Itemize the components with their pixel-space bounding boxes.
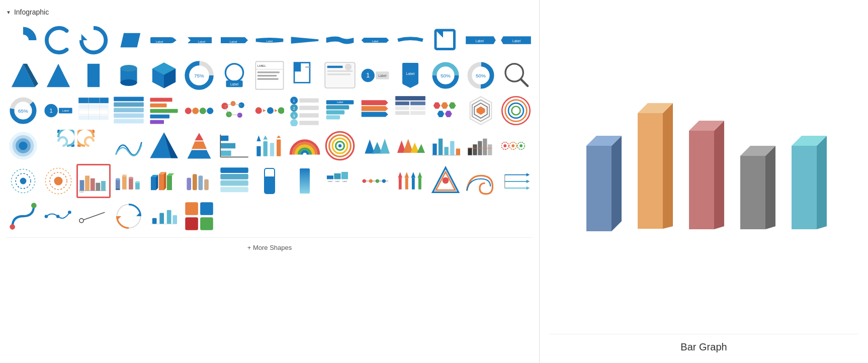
shape-triangle-arrows[interactable] <box>428 164 463 198</box>
shape-wave-snail[interactable] <box>464 164 498 198</box>
shape-horiz-bars[interactable] <box>147 94 181 128</box>
shape-pyramid-layers[interactable] <box>182 129 216 163</box>
shape-label-tag1[interactable]: Label <box>464 23 498 57</box>
shape-curved-ribbon[interactable] <box>393 23 427 57</box>
shape-spiral-arc2[interactable] <box>76 129 111 163</box>
svg-line-62 <box>521 79 528 86</box>
svg-marker-221 <box>156 175 158 190</box>
shape-banner1[interactable]: Label <box>252 23 287 57</box>
shape-horiz-bar-simple[interactable] <box>217 129 251 163</box>
bar-column-blue: Label <box>581 131 622 236</box>
shape-table-grid[interactable] <box>76 94 111 128</box>
more-shapes-button[interactable]: + More Shapes <box>6 237 533 257</box>
shape-process-circles[interactable] <box>182 94 216 128</box>
shape-bullseye[interactable] <box>6 129 40 163</box>
shape-corner-bookmark[interactable]: Label <box>428 23 463 57</box>
shape-donut-50a[interactable]: 50% <box>428 58 463 93</box>
shape-arrow-triangle[interactable] <box>41 58 75 93</box>
shape-arrow-up-chart[interactable] <box>393 164 427 198</box>
shape-number-badge[interactable]: 1Label <box>41 94 75 128</box>
shape-stack-list[interactable] <box>217 164 251 198</box>
shape-circle-label[interactable]: Label <box>217 58 251 93</box>
shape-dot-timeline[interactable] <box>358 164 392 198</box>
svg-marker-103 <box>263 109 266 112</box>
shape-bar-graph-3d-selected[interactable]: Label <box>76 164 111 198</box>
shape-step-dots[interactable]: Label <box>147 199 181 233</box>
shape-list-items[interactable] <box>112 94 146 128</box>
shape-step-chart[interactable] <box>464 129 498 163</box>
shape-concentric-hex[interactable] <box>464 94 498 128</box>
shape-bar-thin[interactable] <box>252 164 287 198</box>
shape-number-label[interactable]: 1Label <box>358 58 392 93</box>
shape-branch-arrows[interactable] <box>499 164 533 198</box>
svg-point-94 <box>231 101 236 106</box>
svg-rect-160 <box>256 146 261 156</box>
svg-point-273 <box>79 218 83 222</box>
shape-2col-table[interactable] <box>393 94 427 128</box>
svg-point-106 <box>278 107 284 114</box>
shape-ribbon-banner[interactable]: Label <box>358 23 392 57</box>
shape-bar-3d-group[interactable] <box>147 164 181 198</box>
shape-line-dots[interactable] <box>41 199 75 233</box>
shape-label-arrow2[interactable]: Label <box>182 23 216 57</box>
shape-vert-bar[interactable] <box>428 129 463 163</box>
shape-arrow-circles[interactable] <box>252 94 287 128</box>
shape-donut-75[interactable]: 75% <box>182 58 216 93</box>
shape-target-circles[interactable] <box>499 94 533 128</box>
shape-c-ring[interactable] <box>41 23 75 57</box>
shape-line-straight[interactable] <box>76 199 111 233</box>
svg-rect-181 <box>445 147 449 155</box>
shape-dot-circles2[interactable] <box>6 164 40 198</box>
shape-cylinder-short[interactable] <box>112 58 146 93</box>
shape-network-dots[interactable] <box>217 94 251 128</box>
svg-point-196 <box>519 144 523 147</box>
shape-mountain-peaks2[interactable] <box>393 129 427 163</box>
svg-rect-215 <box>129 177 133 189</box>
shape-pyramid-3d[interactable] <box>147 129 181 163</box>
shape-bar-gradient[interactable] <box>288 164 322 198</box>
svg-point-197 <box>20 178 27 185</box>
svg-point-86 <box>185 107 192 114</box>
shape-tall-rect[interactable] <box>76 58 111 93</box>
shape-label-tag2[interactable]: Label <box>499 23 533 57</box>
shape-4item-list[interactable]: 123 <box>288 94 322 128</box>
shape-mountain-spiral[interactable] <box>112 129 146 163</box>
svg-rect-234 <box>220 187 248 193</box>
shape-label-arrow1[interactable]: Label <box>147 23 181 57</box>
shape-mountain-peaks1[interactable] <box>358 129 392 163</box>
shape-label-arrow3[interactable]: Label <box>217 23 251 57</box>
shape-spiral-rings[interactable] <box>323 129 357 163</box>
shape-rainbow-arch[interactable] <box>288 129 322 163</box>
shape-bar-cylinders[interactable] <box>112 164 146 198</box>
shape-s-curve[interactable] <box>6 199 40 233</box>
shape-banner2[interactable] <box>288 23 322 57</box>
shape-arrow-list[interactable] <box>358 94 392 128</box>
shape-bar-tubes[interactable] <box>182 164 216 198</box>
shape-info-card[interactable] <box>323 58 357 93</box>
svg-rect-165 <box>277 140 281 156</box>
shape-cube-hex[interactable] <box>147 58 181 93</box>
shape-circular-arrow[interactable] <box>76 23 111 57</box>
shape-donut-50b[interactable]: 50% <box>464 58 498 93</box>
shape-bookmark-flag[interactable] <box>288 58 322 93</box>
shape-quadrant-circles[interactable] <box>182 199 216 233</box>
svg-marker-141 <box>476 106 485 115</box>
shape-search-circle[interactable] <box>499 58 533 93</box>
shape-steps-ribbon[interactable]: LabelLabelLabel <box>323 164 357 198</box>
shape-bar-arrows[interactable] <box>252 129 287 163</box>
shape-list-steps[interactable]: Label <box>323 94 357 128</box>
svg-rect-225 <box>167 175 172 190</box>
shape-text-block[interactable]: LABEL <box>252 58 287 93</box>
svg-rect-231 <box>220 167 248 173</box>
shape-parallelogram[interactable] <box>112 23 146 57</box>
shape-price-tag[interactable]: Label <box>393 58 427 93</box>
shape-circle-arrows2[interactable] <box>112 199 146 233</box>
shape-dot-circles3[interactable] <box>41 164 75 198</box>
shape-hexagon-process[interactable] <box>428 94 463 128</box>
shape-3d-triangle[interactable] <box>6 58 40 93</box>
shape-pie-quarter[interactable] <box>6 23 40 57</box>
shape-dot-circles1[interactable] <box>499 129 533 163</box>
shape-donut-65[interactable]: 65% <box>6 94 40 128</box>
shape-spiral-arc1[interactable] <box>41 129 75 163</box>
shape-banner-wave[interactable] <box>323 23 357 57</box>
